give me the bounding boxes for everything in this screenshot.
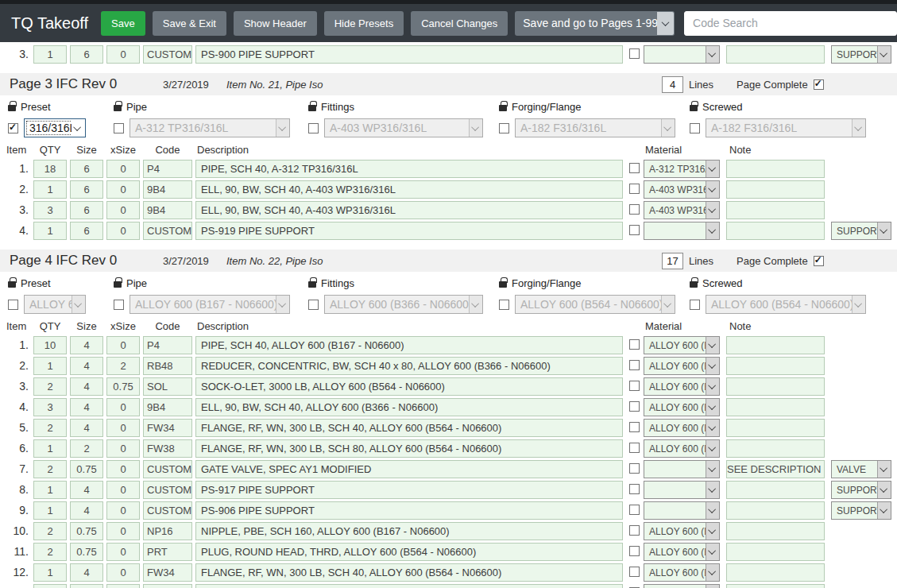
qty-field[interactable]: 2	[33, 460, 67, 478]
description-field[interactable]: PS-900 PIPE SUPPORT	[195, 45, 623, 64]
preset-checkbox[interactable]	[690, 300, 700, 310]
lines-count-field[interactable]: 17	[662, 253, 683, 269]
note-field[interactable]: SEE DESCRIPTION	[726, 460, 825, 478]
description-field[interactable]: FLANGE, RF, WN, 300 LB, SCH 40, ALLOY 60…	[195, 419, 623, 437]
code-field[interactable]: P4	[143, 336, 192, 354]
note-field[interactable]	[726, 201, 825, 219]
row-checkbox[interactable]	[629, 546, 640, 556]
qty-field[interactable]: 1	[33, 501, 67, 520]
qty-field[interactable]: 1	[33, 481, 67, 499]
note-field[interactable]	[726, 584, 825, 588]
page-complete-checkbox[interactable]	[814, 79, 824, 90]
qty-field[interactable]: 3	[33, 201, 67, 219]
row-checkbox[interactable]	[629, 163, 640, 173]
row-checkbox[interactable]	[629, 401, 640, 412]
qty-field[interactable]: 10	[33, 336, 67, 354]
description-field[interactable]	[195, 584, 623, 588]
xsize-field[interactable]	[106, 584, 140, 588]
code-field[interactable]: CUSTOM	[143, 460, 192, 478]
preset-select[interactable]: ALLOY 600 (B167 - N06600)	[130, 295, 290, 314]
description-field[interactable]: FLANGE, RF, WN, 300 LB, SCH 80, ALLOY 60…	[195, 439, 623, 458]
row-checkbox[interactable]	[629, 525, 640, 536]
xsize-field[interactable]: 0	[106, 419, 140, 437]
material-select[interactable]: ALLOY 600 (B1	[644, 336, 720, 354]
description-field[interactable]: PS-919 PIPE SUPPORT	[195, 222, 623, 240]
preset-checkbox[interactable]	[114, 300, 124, 310]
qty-field[interactable]: 1	[33, 439, 67, 458]
code-field[interactable]: CUSTOM	[143, 501, 192, 520]
size-field[interactable]: 6	[70, 180, 103, 199]
row-checkbox[interactable]	[629, 505, 640, 515]
material-select[interactable]: ALLOY 600 (B5	[644, 419, 720, 437]
qty-field[interactable]: 2	[33, 377, 67, 396]
row-checkbox[interactable]	[629, 339, 640, 350]
type-select[interactable]: SUPPORT	[831, 45, 891, 64]
row-checkbox[interactable]	[629, 381, 640, 391]
qty-field[interactable]: 1	[33, 563, 67, 582]
preset-select[interactable]: ALLOY 600	[24, 295, 86, 314]
size-field[interactable]: 4	[70, 481, 103, 499]
xsize-field[interactable]: 0	[106, 439, 140, 458]
cancel-changes-button[interactable]: Cancel Changes	[411, 11, 508, 36]
note-field[interactable]	[726, 563, 825, 582]
size-field[interactable]: 6	[70, 201, 103, 219]
note-field[interactable]	[726, 222, 825, 240]
note-field[interactable]	[726, 398, 825, 416]
description-field[interactable]: ELL, 90, BW, SCH 40, A-403 WP316/316L	[195, 201, 623, 219]
note-field[interactable]	[726, 377, 825, 396]
size-field[interactable]: 4	[70, 398, 103, 416]
preset-checkbox[interactable]	[690, 123, 700, 133]
row-checkbox[interactable]	[629, 443, 640, 453]
material-select[interactable]: ALLOY 600 (B5	[644, 543, 720, 561]
description-field[interactable]: ELL, 90, BW, SCH 40, ALLOY 600 (B366 - N…	[195, 398, 623, 416]
code-field[interactable]: CUSTOM	[143, 481, 192, 499]
qty-field[interactable]: 1	[33, 222, 67, 240]
material-select[interactable]	[644, 45, 720, 64]
qty-field[interactable]: 2	[33, 419, 67, 437]
material-select[interactable]: ALLOY 600 (B5	[644, 563, 720, 582]
save-button[interactable]: Save	[101, 11, 145, 36]
preset-checkbox[interactable]	[308, 123, 319, 133]
size-field[interactable]: 0.75	[70, 543, 103, 561]
preset-select[interactable]: A-403 WP316/316L	[324, 118, 483, 137]
size-field[interactable]: 4	[70, 419, 103, 437]
qty-field[interactable]	[33, 584, 67, 588]
xsize-field[interactable]: 0.75	[106, 377, 140, 396]
row-checkbox[interactable]	[629, 567, 640, 577]
xsize-field[interactable]: 0	[106, 501, 140, 520]
size-field[interactable]: 4	[70, 357, 103, 375]
xsize-field[interactable]: 0	[106, 522, 140, 540]
qty-field[interactable]: 3	[33, 398, 67, 416]
material-select[interactable]: A-312 TP316/3	[644, 160, 720, 178]
show-header-button[interactable]: Show Header	[234, 11, 317, 36]
qty-field[interactable]: 1	[33, 180, 67, 199]
note-field[interactable]	[726, 501, 825, 520]
size-field[interactable]: 4	[70, 377, 103, 396]
description-field[interactable]: PS-917 PIPE SUPPORT	[195, 481, 623, 499]
size-field[interactable]: 4	[70, 501, 103, 520]
code-field[interactable]: NP16	[143, 522, 192, 540]
description-field[interactable]: FLANGE, RF, WN, 300 LB, SCH 40, ALLOY 60…	[195, 563, 623, 582]
description-field[interactable]: PIPE, SCH 40, ALLOY 600 (B167 - N06600)	[195, 336, 623, 354]
row-checkbox[interactable]	[629, 463, 640, 474]
code-field[interactable]: PRT	[143, 543, 192, 561]
note-field[interactable]	[726, 336, 825, 354]
xsize-field[interactable]: 0	[106, 201, 140, 219]
code-field[interactable]	[143, 584, 192, 588]
lines-count-field[interactable]: 4	[662, 76, 683, 93]
code-field[interactable]: CUSTOM	[143, 222, 192, 240]
description-field[interactable]: PS-906 PIPE SUPPORT	[195, 501, 623, 520]
preset-select[interactable]: A-182 F316/316L	[706, 118, 866, 137]
code-field[interactable]: 9B4	[143, 201, 192, 219]
size-field[interactable]: 6	[70, 45, 103, 64]
preset-select[interactable]: A-182 F316/316L	[515, 118, 675, 137]
qty-field[interactable]: 18	[33, 160, 67, 178]
description-field[interactable]: GATE VALVE, SPEC AY1 MODIFIED	[195, 460, 623, 478]
description-field[interactable]: ELL, 90, BW, SCH 40, A-403 WP316/316L	[195, 180, 623, 199]
row-checkbox[interactable]	[629, 48, 640, 59]
preset-checkbox[interactable]	[308, 300, 319, 310]
material-select[interactable]: ALLOY 600 (B3	[644, 357, 720, 375]
xsize-field[interactable]: 0	[106, 336, 140, 354]
code-search-input[interactable]	[684, 11, 897, 36]
material-select[interactable]: A-403 WP316/	[644, 180, 720, 199]
